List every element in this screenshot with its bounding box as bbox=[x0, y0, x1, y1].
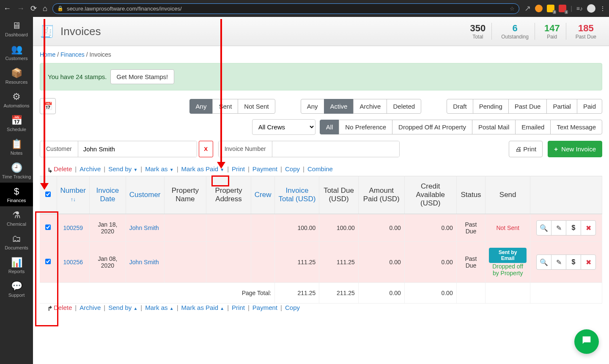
action-combine[interactable]: Combine bbox=[307, 165, 333, 172]
extension-icon[interactable]: 3 bbox=[547, 5, 554, 12]
col-customer[interactable]: Customer bbox=[126, 176, 164, 214]
filter-draft[interactable]: Draft bbox=[447, 99, 473, 114]
filter-past-due[interactable]: Past Due bbox=[508, 99, 547, 114]
edit-button[interactable]: ✎ bbox=[551, 220, 566, 235]
playlist-icon[interactable]: ≡♪ bbox=[576, 5, 583, 12]
action-archive[interactable]: Archive bbox=[80, 165, 101, 172]
action-delete[interactable]: Delete bbox=[54, 165, 72, 172]
filter-pref-none[interactable]: No Preference bbox=[339, 120, 392, 134]
extension-icon[interactable] bbox=[535, 5, 543, 12]
sidebar-item-reports[interactable]: 📊Reports bbox=[0, 254, 33, 277]
filter-status-any[interactable]: Any bbox=[301, 99, 324, 114]
stat-total[interactable]: 350Total bbox=[464, 23, 492, 40]
action-payment[interactable]: Payment bbox=[252, 304, 277, 311]
action-copy[interactable]: Copy bbox=[285, 165, 300, 172]
col-propaddr[interactable]: Property Address bbox=[206, 176, 251, 214]
action-copy[interactable]: Copy bbox=[285, 304, 300, 311]
action-markas[interactable]: Mark as ▼ bbox=[145, 165, 173, 172]
payment-button[interactable]: $ bbox=[566, 220, 581, 235]
sidebar-item-resources[interactable]: 📦Resources bbox=[0, 64, 33, 88]
stat-past-due[interactable]: 185Past Due bbox=[570, 23, 602, 40]
col-status[interactable]: Status bbox=[456, 176, 486, 214]
col-send[interactable]: Send bbox=[486, 176, 530, 214]
sidebar-item-finances[interactable]: $Finances bbox=[0, 183, 33, 206]
extension-icon[interactable]: 1 bbox=[559, 5, 566, 12]
crew-select[interactable]: All Crews bbox=[252, 119, 315, 135]
col-due[interactable]: Total Due (USD) bbox=[319, 176, 358, 214]
action-sendby[interactable]: Send by ▼ bbox=[108, 165, 137, 172]
sidebar-item-chemical[interactable]: ⚗Chemical bbox=[0, 206, 33, 230]
col-date[interactable]: Invoice Date bbox=[89, 176, 126, 214]
sidebar-item-documents[interactable]: 🗂Documents bbox=[0, 230, 33, 254]
action-payment[interactable]: Payment bbox=[252, 165, 277, 172]
intercom-chat-button[interactable] bbox=[574, 329, 599, 354]
star-icon[interactable]: ☆ bbox=[510, 5, 515, 12]
address-bar[interactable]: 🔒 secure.lawnprosoftware.com/finances/in… bbox=[52, 3, 519, 14]
sidebar-item-schedule[interactable]: 📅Schedule bbox=[0, 112, 33, 135]
action-delete[interactable]: Delete bbox=[54, 304, 72, 311]
filter-paid[interactable]: Paid bbox=[577, 99, 602, 114]
filter-pending[interactable]: Pending bbox=[473, 99, 509, 114]
filter-sent-sent[interactable]: Sent bbox=[212, 99, 238, 114]
filter-status-archive[interactable]: Archive bbox=[353, 99, 387, 114]
crumb-finances[interactable]: Finances bbox=[60, 51, 85, 58]
filter-pref-text[interactable]: Text Message bbox=[550, 120, 602, 134]
sidebar-item-notes[interactable]: 📋Notes bbox=[0, 135, 33, 159]
invoice-number-link[interactable]: 100256 bbox=[63, 259, 83, 265]
delete-row-button[interactable]: ✖ bbox=[581, 255, 596, 270]
invoice-number-input[interactable] bbox=[272, 141, 399, 157]
action-sendby[interactable]: Send by ▲ bbox=[108, 304, 137, 311]
row-checkbox[interactable] bbox=[45, 259, 51, 264]
filter-status-active[interactable]: Active bbox=[324, 99, 354, 114]
print-button[interactable]: 🖨 Print bbox=[509, 141, 543, 157]
profile-avatar[interactable] bbox=[587, 4, 595, 13]
col-propname[interactable]: Property Name bbox=[164, 176, 206, 214]
select-all-checkbox[interactable] bbox=[45, 192, 51, 197]
filter-pref-postal[interactable]: Postal Mail bbox=[472, 120, 516, 134]
stat-outstanding[interactable]: 6Outstanding bbox=[495, 23, 535, 40]
date-range-button[interactable]: 📅 bbox=[40, 98, 56, 114]
action-archive[interactable]: Archive bbox=[80, 304, 101, 311]
filter-pref-email[interactable]: Emailed bbox=[515, 120, 551, 134]
edit-button[interactable]: ✎ bbox=[551, 255, 566, 270]
filter-status-deleted[interactable]: Deleted bbox=[387, 99, 421, 114]
action-markpaid[interactable]: Mark as Paid ▼ bbox=[181, 165, 225, 172]
delete-row-button[interactable]: ✖ bbox=[581, 220, 596, 235]
filter-sent-any[interactable]: Any bbox=[189, 99, 213, 114]
action-print[interactable]: Print bbox=[232, 304, 245, 311]
customer-link[interactable]: John Smith bbox=[129, 259, 159, 265]
sidebar-item-customers[interactable]: 👥Customers bbox=[0, 41, 33, 64]
row-checkbox[interactable] bbox=[45, 224, 51, 230]
view-button[interactable]: 🔍 bbox=[536, 255, 551, 270]
payment-button[interactable]: $ bbox=[566, 255, 581, 270]
get-more-stamps-button[interactable]: Get More Stamps! bbox=[110, 69, 175, 84]
filter-pref-all[interactable]: All bbox=[320, 120, 340, 134]
clear-customer-button[interactable]: X bbox=[199, 141, 213, 157]
home-icon[interactable]: ⌂ bbox=[43, 4, 47, 13]
sidebar-item-dashboard[interactable]: 🖥Dashboard bbox=[0, 17, 33, 41]
col-paid[interactable]: Amount Paid (USD) bbox=[358, 176, 404, 214]
new-invoice-button[interactable]: + New Invoice bbox=[548, 141, 602, 157]
view-button[interactable]: 🔍 bbox=[536, 220, 551, 235]
back-icon[interactable]: ← bbox=[3, 4, 11, 13]
sidebar-item-time-tracking[interactable]: 🕘Time Tracking bbox=[0, 159, 33, 183]
action-markas[interactable]: Mark as ▲ bbox=[145, 304, 173, 311]
filter-pref-drop[interactable]: Dropped Off At Property bbox=[392, 120, 472, 134]
menu-icon[interactable]: ⋮ bbox=[600, 5, 606, 12]
extension-icon[interactable]: ↗ bbox=[524, 4, 531, 13]
customer-link[interactable]: John Smith bbox=[129, 224, 159, 231]
forward-icon[interactable]: → bbox=[17, 4, 25, 13]
action-print[interactable]: Print bbox=[232, 165, 245, 172]
col-total[interactable]: Invoice Total (USD) bbox=[275, 176, 319, 214]
customer-search-input[interactable] bbox=[78, 141, 197, 157]
col-crew[interactable]: Crew bbox=[251, 176, 275, 214]
col-credit[interactable]: Credit Available (USD) bbox=[404, 176, 456, 214]
action-markpaid[interactable]: Mark as Paid ▲ bbox=[181, 304, 225, 311]
invoice-number-link[interactable]: 100259 bbox=[63, 224, 83, 231]
stat-paid[interactable]: 147Paid bbox=[538, 23, 566, 40]
filter-partial[interactable]: Partial bbox=[546, 99, 577, 114]
sidebar-item-automations[interactable]: ⚙Automations bbox=[0, 88, 33, 112]
col-number[interactable]: Number↑↓ bbox=[57, 176, 89, 214]
filter-sent-notsent[interactable]: Not Sent bbox=[238, 99, 275, 114]
sidebar-item-support[interactable]: 💬Support bbox=[0, 277, 33, 301]
